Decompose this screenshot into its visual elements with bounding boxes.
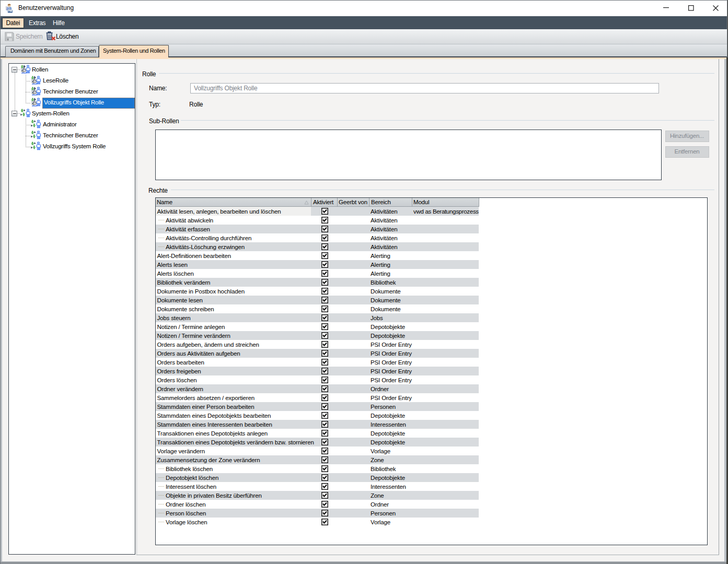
svg-text:pm: pm [6,6,11,10]
